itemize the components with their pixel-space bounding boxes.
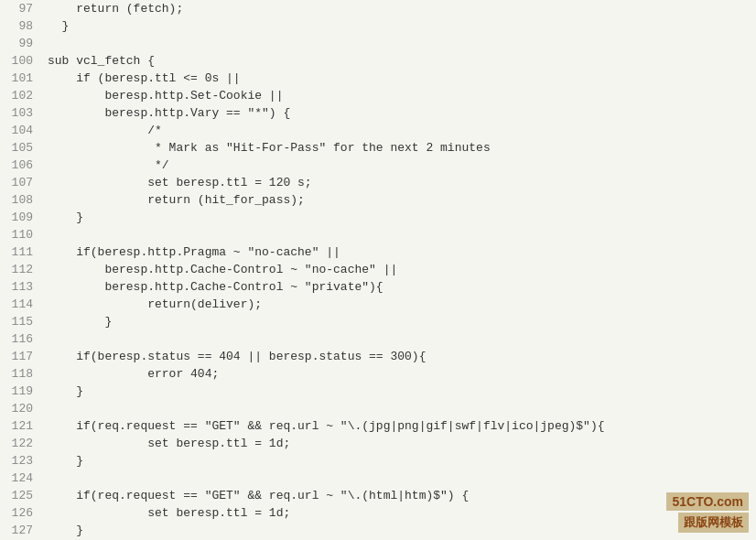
code-row: 115 } bbox=[0, 313, 756, 330]
line-number: 113 bbox=[0, 278, 44, 296]
code-content bbox=[44, 226, 756, 243]
line-number: 112 bbox=[0, 261, 44, 278]
code-row: 127 } bbox=[0, 522, 756, 539]
line-number: 118 bbox=[0, 365, 44, 383]
code-row: 122 set beresp.ttl = 1d; bbox=[0, 435, 756, 452]
line-number: 107 bbox=[0, 174, 44, 191]
code-content: beresp.http.Cache-Control ~ "no-cache" |… bbox=[44, 261, 756, 278]
code-row: 119 } bbox=[0, 383, 756, 400]
code-row: 98 } bbox=[0, 17, 756, 35]
code-content: set beresp.ttl = 1d; bbox=[44, 504, 756, 522]
code-content: */ bbox=[44, 157, 756, 174]
code-row: 109 } bbox=[0, 209, 756, 226]
line-number: 122 bbox=[0, 435, 44, 452]
code-content: } bbox=[44, 452, 756, 470]
watermark: 51CTO.com 跟版网模板 bbox=[666, 492, 749, 533]
code-row: 125 if(req.request == "GET" && req.url ~… bbox=[0, 487, 756, 504]
code-content: if(req.request == "GET" && req.url ~ "\.… bbox=[44, 487, 756, 504]
code-content: } bbox=[44, 209, 756, 226]
code-content: if(beresp.http.Pragma ~ "no-cache" || bbox=[44, 243, 756, 261]
watermark-top: 51CTO.com bbox=[666, 492, 749, 511]
line-number: 115 bbox=[0, 313, 44, 330]
line-number: 121 bbox=[0, 417, 44, 435]
line-number: 97 bbox=[0, 0, 44, 17]
line-number: 111 bbox=[0, 243, 44, 261]
line-number: 114 bbox=[0, 296, 44, 313]
code-lines: 97 return (fetch);98 }99100sub vcl_fetch… bbox=[0, 0, 756, 540]
line-number: 126 bbox=[0, 504, 44, 522]
code-row: 113 beresp.http.Cache-Control ~ "private… bbox=[0, 278, 756, 296]
code-row: 108 return (hit_for_pass); bbox=[0, 191, 756, 209]
line-number: 108 bbox=[0, 191, 44, 209]
code-row: 105 * Mark as "Hit-For-Pass" for the nex… bbox=[0, 139, 756, 157]
code-row: 123 } bbox=[0, 452, 756, 470]
code-row: 107 set beresp.ttl = 120 s; bbox=[0, 174, 756, 191]
code-content: set beresp.ttl = 120 s; bbox=[44, 174, 756, 191]
line-number: 120 bbox=[0, 400, 44, 417]
code-container: 97 return (fetch);98 }99100sub vcl_fetch… bbox=[0, 0, 756, 540]
code-row: 112 beresp.http.Cache-Control ~ "no-cach… bbox=[0, 261, 756, 278]
code-content: return (fetch); bbox=[44, 0, 756, 17]
line-number: 101 bbox=[0, 70, 44, 87]
code-row: 116 bbox=[0, 330, 756, 348]
code-row: 110 bbox=[0, 226, 756, 243]
code-content: } bbox=[44, 313, 756, 330]
code-content: return(deliver); bbox=[44, 296, 756, 313]
code-row: 106 */ bbox=[0, 157, 756, 174]
code-content: error 404; bbox=[44, 365, 756, 383]
code-content: beresp.http.Cache-Control ~ "private"){ bbox=[44, 278, 756, 296]
code-content bbox=[44, 470, 756, 487]
line-number: 110 bbox=[0, 226, 44, 243]
code-row: 121 if(req.request == "GET" && req.url ~… bbox=[0, 417, 756, 435]
code-content bbox=[44, 330, 756, 348]
line-number: 124 bbox=[0, 470, 44, 487]
code-content: return (hit_for_pass); bbox=[44, 191, 756, 209]
code-content: sub vcl_fetch { bbox=[44, 52, 756, 70]
line-number: 106 bbox=[0, 157, 44, 174]
line-number: 102 bbox=[0, 87, 44, 104]
line-number: 104 bbox=[0, 122, 44, 139]
line-number: 117 bbox=[0, 348, 44, 365]
code-content: if(req.request == "GET" && req.url ~ "\.… bbox=[44, 417, 756, 435]
code-content bbox=[44, 400, 756, 417]
code-row: 100sub vcl_fetch { bbox=[0, 52, 756, 70]
code-row: 117 if(beresp.status == 404 || beresp.st… bbox=[0, 348, 756, 365]
code-row: 99 bbox=[0, 35, 756, 52]
line-number: 100 bbox=[0, 52, 44, 70]
code-row: 97 return (fetch); bbox=[0, 0, 756, 17]
code-content: * Mark as "Hit-For-Pass" for the next 2 … bbox=[44, 139, 756, 157]
code-content: /* bbox=[44, 122, 756, 139]
code-row: 103 beresp.http.Vary == "*") { bbox=[0, 104, 756, 122]
code-row: 114 return(deliver); bbox=[0, 296, 756, 313]
line-number: 127 bbox=[0, 522, 44, 539]
code-content bbox=[44, 35, 756, 52]
line-number: 116 bbox=[0, 330, 44, 348]
line-number: 105 bbox=[0, 139, 44, 157]
line-number: 125 bbox=[0, 487, 44, 504]
line-number: 99 bbox=[0, 35, 44, 52]
code-row: 126 set beresp.ttl = 1d; bbox=[0, 504, 756, 522]
code-row: 120 bbox=[0, 400, 756, 417]
line-number: 109 bbox=[0, 209, 44, 226]
line-number: 103 bbox=[0, 104, 44, 122]
code-row: 118 error 404; bbox=[0, 365, 756, 383]
line-number: 123 bbox=[0, 452, 44, 470]
code-content: if (beresp.ttl <= 0s || bbox=[44, 70, 756, 87]
code-row: 104 /* bbox=[0, 122, 756, 139]
code-row: 101 if (beresp.ttl <= 0s || bbox=[0, 70, 756, 87]
watermark-bottom: 跟版网模板 bbox=[678, 513, 749, 533]
code-row: 111 if(beresp.http.Pragma ~ "no-cache" |… bbox=[0, 243, 756, 261]
line-number: 98 bbox=[0, 17, 44, 35]
code-content: beresp.http.Vary == "*") { bbox=[44, 104, 756, 122]
code-row: 102 beresp.http.Set-Cookie || bbox=[0, 87, 756, 104]
code-content: } bbox=[44, 522, 756, 539]
code-content: } bbox=[44, 17, 756, 35]
code-content: beresp.http.Set-Cookie || bbox=[44, 87, 756, 104]
code-content: if(beresp.status == 404 || beresp.status… bbox=[44, 348, 756, 365]
code-content: } bbox=[44, 383, 756, 400]
code-row: 124 bbox=[0, 470, 756, 487]
code-content: set beresp.ttl = 1d; bbox=[44, 435, 756, 452]
line-number: 119 bbox=[0, 383, 44, 400]
